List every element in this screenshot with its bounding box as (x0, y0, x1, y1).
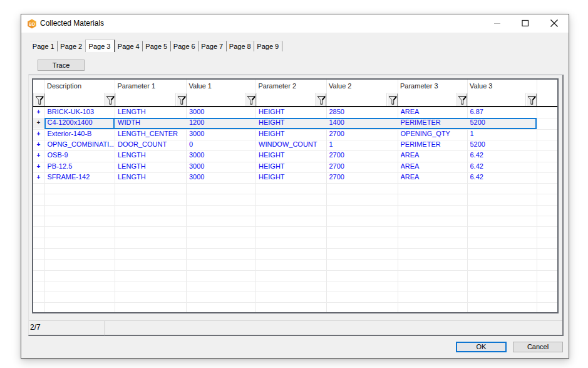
svg-text:BD: BD (29, 21, 35, 26)
